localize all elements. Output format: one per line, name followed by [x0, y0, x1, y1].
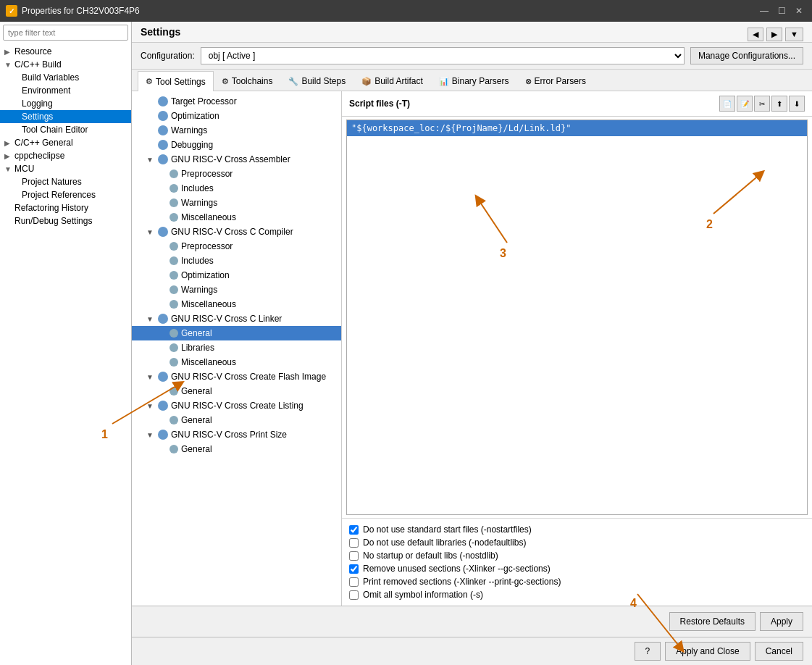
tool-tree-item[interactable]: ▼GNU RISC-V Cross Print Size — [132, 427, 341, 442]
tool-tree-item[interactable]: ▼GNU RISC-V Cross C Compiler — [132, 225, 341, 239]
option-checkbox[interactable] — [349, 551, 359, 561]
sidebar-item[interactable]: Project Natures — [0, 175, 131, 188]
tool-tree-item[interactable]: ▼GNU RISC-V Cross Create Listing — [132, 398, 341, 413]
tool-tree-item[interactable]: Warnings — [132, 196, 341, 210]
sidebar-item[interactable]: Logging — [0, 97, 131, 110]
tool-tree-item[interactable]: ▼GNU RISC-V Cross Create Flash Image — [132, 369, 341, 384]
minimize-button[interactable]: — — [757, 4, 771, 18]
tool-icon — [169, 387, 178, 396]
bottom-right: Restore Defaults Apply — [669, 612, 803, 631]
sidebar-item[interactable]: ▼MCU — [0, 162, 131, 175]
tool-icon — [158, 140, 168, 150]
sidebar-item[interactable]: ▼C/C++ Build — [0, 58, 131, 71]
checkbox-row: Do not use default libraries (-nodefault… — [349, 536, 805, 549]
tool-tree-item[interactable]: Optimization — [132, 109, 341, 123]
option-checkbox[interactable] — [349, 577, 359, 587]
apply-close-button[interactable]: Apply and Close — [665, 642, 750, 661]
maximize-button[interactable]: ☐ — [774, 4, 789, 18]
expand-icon: ▼ — [146, 156, 155, 164]
tool-item-label: Miscellaneous — [181, 357, 236, 367]
remove-file-button[interactable]: ✂ — [754, 96, 770, 112]
tab-error-parsers[interactable]: ⊗Error Parsers — [517, 71, 594, 91]
close-button[interactable]: ✕ — [792, 4, 806, 18]
tool-tree-item[interactable]: Debugging — [132, 138, 341, 152]
tab-label: Build Steps — [301, 76, 346, 86]
tool-item-label: Warnings — [181, 285, 217, 295]
tool-item-label: GNU RISC-V Cross Create Flash Image — [171, 372, 326, 382]
footer-bar: ? Apply and Close Cancel — [132, 637, 812, 665]
nav-dropdown-button[interactable]: ▼ — [785, 28, 803, 41]
sidebar-item[interactable]: Build Variables — [0, 71, 131, 84]
option-checkbox[interactable] — [349, 590, 359, 600]
tool-tree-item[interactable]: Libraries — [132, 340, 341, 355]
tab-toolchains[interactable]: ⚙Toolchains — [214, 71, 281, 91]
tab-label: Toolchains — [232, 76, 273, 86]
tool-item-label: GNU RISC-V Cross Print Size — [171, 430, 287, 440]
tool-item-label: General — [181, 386, 212, 396]
manage-configurations-button[interactable]: Manage Configurations... — [690, 47, 803, 64]
tab-binary-parsers[interactable]: 📊Binary Parsers — [431, 71, 517, 91]
tool-tree-item[interactable]: Preprocessor — [132, 167, 341, 181]
tool-tree-item[interactable]: Includes — [132, 254, 341, 268]
tool-tree-item[interactable]: ▼GNU RISC-V Cross C Linker — [132, 311, 341, 326]
apply-button[interactable]: Apply — [760, 612, 803, 631]
tool-tree-item[interactable]: Warnings — [132, 123, 341, 138]
nav-back-button[interactable]: ◀ — [748, 28, 763, 41]
option-checkbox[interactable] — [349, 525, 359, 535]
option-label: Print removed sections (-Xlinker --print… — [363, 577, 561, 587]
option-checkbox[interactable] — [349, 538, 359, 548]
tool-icon — [158, 314, 168, 324]
tool-tree-item[interactable]: General — [132, 326, 341, 340]
add-file-button[interactable]: 📄 — [719, 96, 735, 112]
tool-tree-item[interactable]: Includes — [132, 181, 341, 196]
sidebar-item[interactable]: Run/Debug Settings — [0, 214, 131, 227]
tab-build-steps[interactable]: 🔧Build Steps — [280, 71, 353, 91]
tool-tree-item[interactable]: General — [132, 384, 341, 398]
script-file-item[interactable]: "${workspace_loc:/${ProjName}/Ld/Link.ld… — [347, 120, 807, 136]
sidebar-item[interactable]: ▶C/C++ General — [0, 136, 131, 149]
tool-tree-item[interactable]: Preprocessor — [132, 239, 341, 254]
tool-tree-item[interactable]: Optimization — [132, 268, 341, 283]
sidebar-item[interactable]: Project References — [0, 188, 131, 201]
tool-tree-item[interactable]: Miscellaneous — [132, 297, 341, 311]
edit-file-button[interactable]: 📝 — [737, 96, 753, 112]
expand-icon: ▼ — [146, 228, 155, 236]
tab-build-artifact[interactable]: 📦Build Artifact — [353, 71, 431, 91]
tool-tree-item[interactable]: General — [132, 413, 341, 427]
tool-item-label: Warnings — [171, 125, 207, 135]
expand-icon: ▼ — [146, 373, 155, 381]
tool-tree-item[interactable]: Miscellaneous — [132, 355, 341, 369]
sidebar-item-label: Resource — [14, 46, 51, 57]
sidebar-item[interactable]: ▶Resource — [0, 45, 131, 58]
sidebar-item[interactable]: Environment — [0, 84, 131, 97]
tool-icon — [158, 372, 168, 382]
tool-tree-item[interactable]: Miscellaneous — [132, 210, 341, 225]
option-checkbox[interactable] — [349, 564, 359, 574]
tab-icon: ⚙ — [222, 77, 229, 86]
tool-icon — [169, 416, 178, 424]
tool-tree-item[interactable]: Warnings — [132, 283, 341, 297]
tool-item-label: Target Processor — [171, 96, 237, 106]
tool-tree-item[interactable]: ▼GNU RISC-V Cross Assembler — [132, 152, 341, 167]
sidebar-item-label: Logging — [22, 99, 53, 109]
sidebar-item[interactable]: Settings — [0, 110, 131, 123]
sidebar-item[interactable]: Refactoring History — [0, 201, 131, 214]
sidebar-item[interactable]: ▶cppcheclipse — [0, 149, 131, 162]
cancel-button[interactable]: Cancel — [755, 642, 803, 661]
tab-tool-settings[interactable]: ⚙Tool Settings — [138, 71, 214, 91]
tool-item-label: GNU RISC-V Cross C Compiler — [171, 227, 293, 237]
expand-icon: ▼ — [146, 315, 155, 323]
tool-tree-item[interactable]: General — [132, 442, 341, 456]
filter-input[interactable] — [3, 25, 128, 41]
tool-tree-item[interactable]: Target Processor — [132, 94, 341, 109]
help-button[interactable]: ? — [635, 642, 661, 661]
option-label: No startup or default libs (-nostdlib) — [363, 551, 498, 561]
settings-title: Settings — [141, 26, 180, 38]
move-up-button[interactable]: ⬆ — [771, 96, 787, 112]
nav-forward-button[interactable]: ▶ — [766, 28, 782, 41]
sidebar-item[interactable]: Tool Chain Editor — [0, 123, 131, 136]
move-down-button[interactable]: ⬇ — [789, 96, 805, 112]
restore-defaults-button[interactable]: Restore Defaults — [669, 612, 756, 631]
window-title: Properties for CH32V003F4P6 — [22, 6, 753, 16]
configuration-select[interactable]: obj [ Active ] — [201, 47, 685, 64]
